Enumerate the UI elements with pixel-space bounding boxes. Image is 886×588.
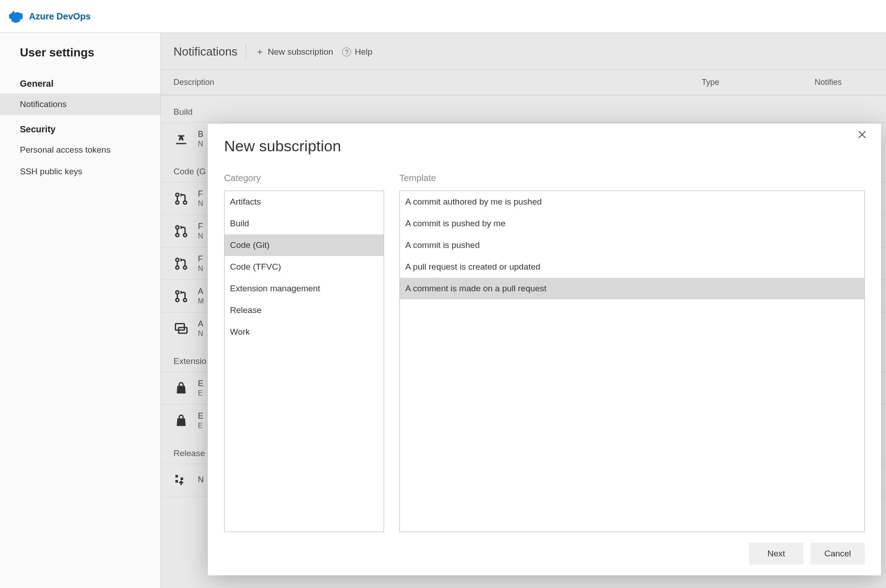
svg-point-9: [176, 290, 179, 294]
new-subscription-button[interactable]: ＋ New subscription: [255, 46, 333, 58]
template-item-commit-authored-pushed[interactable]: A commit authored by me is pushed: [400, 191, 864, 213]
release-icon: [173, 472, 189, 488]
row-text: FN: [198, 189, 203, 208]
svg-point-7: [176, 266, 179, 269]
svg-rect-14: [175, 475, 178, 478]
row-text: FN: [198, 254, 203, 273]
svg-point-0: [176, 193, 179, 196]
dialog-footer: Next Cancel: [224, 543, 865, 565]
page-toolbar: Notifications ＋ New subscription ? Help: [161, 37, 886, 70]
dialog-body: Category Artifacts Build Code (Git) Code…: [224, 173, 865, 532]
template-item-commit-pushed[interactable]: A commit is pushed: [400, 234, 864, 256]
svg-point-10: [176, 298, 179, 301]
category-label: Category: [224, 173, 384, 183]
svg-point-6: [176, 258, 179, 261]
svg-point-4: [176, 233, 179, 236]
category-item-work[interactable]: Work: [225, 321, 384, 343]
row-text: EE: [198, 379, 203, 397]
template-list: A commit authored by me is pushed A comm…: [399, 191, 865, 532]
col-notifies: Notifies: [815, 78, 873, 87]
dialog-title: New subscription: [224, 137, 865, 155]
category-list: Artifacts Build Code (Git) Code (TFVC) E…: [224, 191, 384, 532]
azure-devops-icon: [9, 9, 23, 23]
next-button[interactable]: Next: [749, 543, 803, 565]
sidebar-title: User settings: [0, 46, 160, 70]
category-item-code-tfvc[interactable]: Code (TFVC): [225, 256, 384, 278]
sidebar: User settings General Notifications Secu…: [0, 33, 161, 588]
category-item-code-git[interactable]: Code (Git): [225, 234, 384, 256]
sidebar-heading-general: General: [0, 70, 160, 93]
svg-point-1: [176, 201, 179, 204]
col-type: Type: [702, 78, 815, 87]
build-icon: [173, 131, 189, 147]
cancel-button[interactable]: Cancel: [811, 543, 865, 565]
new-subscription-dialog: New subscription Category Artifacts Buil…: [208, 124, 881, 575]
sidebar-item-personal-access-tokens[interactable]: Personal access tokens: [0, 139, 160, 161]
help-label: Help: [355, 47, 372, 57]
category-panel: Category Artifacts Build Code (Git) Code…: [224, 173, 384, 532]
pull-request-icon: [173, 256, 189, 271]
sidebar-heading-security: Security: [0, 115, 160, 139]
help-button[interactable]: ? Help: [342, 47, 372, 57]
row-text: EE: [198, 411, 203, 430]
row-text: N: [198, 475, 204, 485]
page-title: Notifications: [173, 45, 246, 59]
template-item-pr-created-updated[interactable]: A pull request is created or updated: [400, 256, 864, 278]
chat-icon: [173, 321, 189, 336]
pull-request-icon: [173, 224, 189, 239]
svg-point-11: [183, 298, 187, 301]
help-icon: ?: [342, 47, 351, 56]
category-item-build[interactable]: Build: [225, 213, 384, 234]
col-description: Description: [173, 78, 702, 87]
sidebar-item-ssh-public-keys[interactable]: SSH public keys: [0, 161, 160, 182]
section-build: Build: [161, 95, 886, 122]
row-text: AN: [198, 319, 203, 338]
template-panel: Template A commit authored by me is push…: [399, 173, 865, 532]
pull-request-icon: [173, 289, 189, 304]
new-subscription-label: New subscription: [268, 47, 333, 57]
svg-rect-15: [175, 480, 178, 483]
template-item-comment-on-pr[interactable]: A comment is made on a pull request: [400, 278, 864, 299]
row-text: B N: [198, 130, 203, 148]
top-header: Azure DevOps: [0, 0, 886, 33]
bag-icon: [173, 413, 189, 429]
category-item-release[interactable]: Release: [225, 299, 384, 321]
plus-icon: ＋: [255, 46, 264, 58]
svg-rect-16: [181, 477, 183, 480]
close-button[interactable]: [858, 130, 872, 145]
svg-point-5: [183, 233, 187, 236]
svg-point-3: [176, 225, 179, 229]
pull-request-icon: [173, 191, 189, 206]
row-text: AM: [198, 287, 204, 305]
template-item-commit-pushed-by-me[interactable]: A commit is pushed by me: [400, 213, 864, 234]
sidebar-item-notifications[interactable]: Notifications: [0, 93, 160, 115]
svg-point-2: [183, 201, 187, 204]
category-item-extension-management[interactable]: Extension management: [225, 278, 384, 299]
close-icon: [858, 130, 867, 139]
row-text: FN: [198, 222, 203, 240]
category-item-artifacts[interactable]: Artifacts: [225, 191, 384, 213]
bag-icon: [173, 381, 189, 396]
svg-point-8: [183, 266, 187, 269]
brand-text[interactable]: Azure DevOps: [29, 11, 91, 22]
table-header: Description Type Notifies: [161, 70, 886, 95]
template-label: Template: [399, 173, 865, 183]
